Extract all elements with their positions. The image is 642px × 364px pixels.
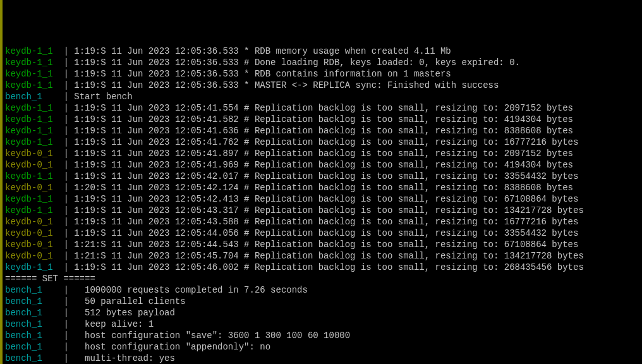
log-line: keydb-0_1 | 1:21:S 11 Jun 2023 12:05:44.… — [5, 239, 642, 250]
log-source: bench_1 — [5, 330, 42, 341]
log-separator: | — [63, 296, 85, 307]
log-pad — [53, 171, 64, 182]
log-line: bench_1 | multi-thread: yes — [5, 353, 642, 364]
log-line: keydb-0_1 | 1:19:S 11 Jun 2023 12:05:41.… — [5, 148, 642, 159]
log-source: keydb-0_1 — [5, 182, 53, 193]
log-separator: | — [63, 250, 74, 262]
log-pad — [53, 68, 64, 80]
log-source: keydb-1_1 — [5, 136, 53, 148]
log-header: ====== SET ====== — [5, 273, 95, 284]
log-message: 1:19:S 11 Jun 2023 12:05:36.533 # Done l… — [74, 57, 520, 68]
log-source: keydb-1_1 — [5, 125, 53, 136]
log-pad — [53, 239, 64, 250]
log-line: bench_1 | Start bench — [5, 91, 642, 102]
log-separator: | — [63, 284, 85, 296]
log-message: 1:19:S 11 Jun 2023 12:05:41.969 # Replic… — [74, 159, 573, 171]
log-pad — [53, 114, 64, 125]
log-source: bench_1 — [5, 307, 42, 318]
log-source: keydb-0_1 — [5, 250, 53, 262]
log-separator: | — [63, 193, 74, 205]
log-separator: | — [63, 182, 74, 193]
log-line: keydb-1_1 | 1:19:S 11 Jun 2023 12:05:41.… — [5, 136, 642, 148]
log-source: bench_1 — [5, 353, 42, 364]
log-source: keydb-1_1 — [5, 205, 53, 216]
log-message: 1000000 requests completed in 7.26 secon… — [85, 284, 308, 296]
log-message: 1:19:S 11 Jun 2023 12:05:41.636 # Replic… — [74, 125, 573, 136]
log-source: keydb-0_1 — [5, 228, 53, 239]
log-line: bench_1 | 50 parallel clients — [5, 296, 642, 307]
log-pad — [53, 46, 64, 57]
log-separator: | — [63, 136, 74, 148]
log-message: 1:19:S 11 Jun 2023 12:05:36.533 * RDB co… — [74, 68, 451, 80]
log-source: keydb-1_1 — [5, 262, 53, 273]
log-pad — [42, 296, 64, 307]
log-pad — [42, 318, 64, 330]
log-pad — [42, 307, 64, 318]
log-separator: | — [63, 159, 74, 171]
log-source: keydb-1_1 — [5, 171, 53, 182]
log-separator: | — [63, 318, 85, 330]
log-pad — [42, 341, 64, 353]
log-source: keydb-1_1 — [5, 193, 53, 205]
log-source: keydb-0_1 — [5, 148, 53, 159]
log-separator: | — [63, 239, 74, 250]
log-source: keydb-1_1 — [5, 114, 53, 125]
log-message: keep alive: 1 — [85, 318, 154, 330]
log-separator: | — [63, 228, 74, 239]
log-source: keydb-1_1 — [5, 80, 53, 91]
log-separator: | — [63, 46, 74, 57]
log-source: keydb-1_1 — [5, 68, 53, 80]
log-message: 1:19:S 11 Jun 2023 12:05:41.762 # Replic… — [74, 136, 578, 148]
log-separator: | — [63, 80, 74, 91]
log-source: bench_1 — [5, 296, 42, 307]
log-source: keydb-1_1 — [5, 46, 53, 57]
log-line: bench_1 | 1000000 requests completed in … — [5, 284, 642, 296]
log-message: host configuration "appendonly": no — [85, 341, 270, 353]
terminal-output: keydb-1_1 | 1:19:S 11 Jun 2023 12:05:36.… — [5, 46, 642, 364]
log-line: ====== SET ====== — [5, 273, 642, 284]
log-separator: | — [63, 57, 74, 68]
log-source: keydb-0_1 — [5, 159, 53, 171]
log-line: keydb-1_1 | 1:19:S 11 Jun 2023 12:05:42.… — [5, 171, 642, 182]
log-line: keydb-1_1 | 1:19:S 11 Jun 2023 12:05:43.… — [5, 205, 642, 216]
log-line: keydb-0_1 | 1:19:S 11 Jun 2023 12:05:41.… — [5, 159, 642, 171]
log-separator: | — [63, 205, 74, 216]
log-pad — [53, 159, 64, 171]
log-pad — [53, 80, 64, 91]
log-message: 1:19:S 11 Jun 2023 12:05:41.582 # Replic… — [74, 114, 573, 125]
log-message: 1:19:S 11 Jun 2023 12:05:44.056 # Replic… — [74, 228, 578, 239]
log-message: 1:19:S 11 Jun 2023 12:05:42.413 # Replic… — [74, 193, 578, 205]
log-source: keydb-0_1 — [5, 216, 53, 228]
log-separator: | — [63, 341, 85, 353]
log-pad — [53, 228, 64, 239]
log-pad — [53, 182, 64, 193]
log-line: keydb-1_1 | 1:19:S 11 Jun 2023 12:05:42.… — [5, 193, 642, 205]
log-line: keydb-1_1 | 1:19:S 11 Jun 2023 12:05:36.… — [5, 80, 642, 91]
log-line: keydb-1_1 | 1:19:S 11 Jun 2023 12:05:41.… — [5, 114, 642, 125]
log-line: bench_1 | 512 bytes payload — [5, 307, 642, 318]
log-message: multi-thread: yes — [85, 353, 175, 364]
log-line: keydb-0_1 | 1:21:S 11 Jun 2023 12:05:45.… — [5, 250, 642, 262]
log-message: 50 parallel clients — [85, 296, 186, 307]
log-line: keydb-0_1 | 1:19:S 11 Jun 2023 12:05:44.… — [5, 228, 642, 239]
log-pad — [53, 262, 64, 273]
log-separator: | — [63, 307, 85, 318]
log-separator: | — [63, 330, 85, 341]
log-line: bench_1 | host configuration "appendonly… — [5, 341, 642, 353]
log-pad — [53, 102, 64, 114]
log-message: 1:19:S 11 Jun 2023 12:05:36.533 * MASTER… — [74, 80, 499, 91]
log-source: bench_1 — [5, 284, 42, 296]
log-source: keydb-0_1 — [5, 239, 53, 250]
log-message: 1:19:S 11 Jun 2023 12:05:41.897 # Replic… — [74, 148, 573, 159]
log-line: bench_1 | keep alive: 1 — [5, 318, 642, 330]
log-pad — [42, 353, 64, 364]
log-separator: | — [63, 216, 74, 228]
log-separator: | — [63, 353, 85, 364]
log-separator: | — [63, 125, 74, 136]
log-pad — [42, 284, 64, 296]
log-separator: | — [63, 91, 74, 102]
log-line: keydb-0_1 | 1:19:S 11 Jun 2023 12:05:43.… — [5, 216, 642, 228]
log-source: bench_1 — [5, 91, 42, 102]
log-message: 1:21:S 11 Jun 2023 12:05:45.704 # Replic… — [74, 250, 584, 262]
log-pad — [53, 136, 64, 148]
